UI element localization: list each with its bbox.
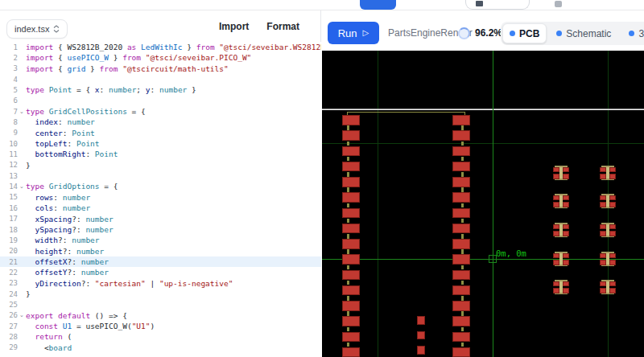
code-text: offsetX?: number	[26, 256, 109, 267]
code-line[interactable]: 20 height?: number	[0, 246, 321, 256]
line-number: 7	[0, 108, 18, 116]
code-line[interactable]: 6	[0, 96, 321, 106]
editor-header: index.tsx Import Format	[0, 10, 320, 42]
led-pad	[600, 195, 606, 201]
code-line[interactable]: 28 return (	[0, 331, 321, 342]
pcb-canvas[interactable]: 0m, 0m	[322, 51, 644, 357]
code-line[interactable]: 26⌄export default () => {	[0, 310, 321, 321]
code-text: import { usePICO_W } from "@tsci/seveiba…	[26, 52, 251, 63]
code-line[interactable]: 11 bottomRight: Point	[0, 149, 321, 159]
pico-pad	[342, 332, 360, 343]
viewer-header: Run ▷ PartsEngineRender 96.2% PCB Schema…	[322, 10, 644, 51]
code-line[interactable]: 12}	[0, 160, 321, 170]
top-toolbar-cutoff	[0, 0, 644, 10]
led-pad	[563, 231, 569, 236]
tab-schematic[interactable]: Schematic	[548, 23, 619, 43]
pico-pin-stub	[347, 187, 349, 192]
toolbar-button-icon	[476, 1, 483, 6]
tscircuit-app: index.tsx Import Format 1import { WS2812…	[0, 0, 644, 357]
code-line[interactable]: 23 yDirection?: "cartesian" | "up-is-neg…	[0, 278, 321, 289]
code-text: height?: number	[26, 246, 104, 256]
code-line[interactable]: 2import { usePICO_W } from "@tsci/seveib…	[0, 52, 321, 63]
import-button[interactable]: Import	[219, 21, 249, 32]
line-number: 3	[0, 64, 18, 72]
code-line[interactable]: 10 topLeft: Point	[0, 138, 321, 149]
file-tab-index-tsx[interactable]: index.tsx	[6, 19, 68, 39]
line-number: 27	[0, 322, 18, 330]
code-line[interactable]: 25	[0, 299, 321, 310]
line-number: 24	[0, 290, 18, 298]
code-line[interactable]: 9 center: Point	[0, 128, 321, 138]
tab-3d-label: 3D	[638, 28, 644, 39]
code-line[interactable]: 8 index: number	[0, 117, 321, 127]
code-line[interactable]: 5type Point = { x: number; y: number }	[0, 84, 321, 95]
code-line[interactable]: 15 rows: number	[0, 192, 321, 203]
line-number: 10	[0, 140, 18, 148]
code-line[interactable]: 16 cols: number	[0, 203, 321, 213]
code-text: const U1 = usePICO_W("U1")	[26, 321, 155, 331]
run-button-label: Run	[338, 27, 357, 39]
code-line[interactable]: 13	[0, 170, 321, 181]
pico-pad	[452, 130, 470, 141]
board-outline-edge	[322, 109, 644, 110]
led-pad	[553, 288, 559, 293]
fold-chevron-icon[interactable]: ⌄	[18, 108, 26, 116]
code-line[interactable]: 18 ySpacing?: number	[0, 224, 321, 235]
code-text: }	[26, 160, 31, 170]
line-number: 18	[0, 226, 18, 234]
line-number: 20	[0, 247, 18, 255]
code-text: offsetY?: number	[26, 267, 109, 277]
line-number: 2	[0, 54, 18, 62]
pico-pin-stub	[461, 249, 464, 254]
led-pad	[553, 195, 559, 201]
tab-pcb-label: PCB	[519, 28, 539, 39]
fold-chevron-icon[interactable]: ⌄	[18, 311, 26, 319]
line-number: 22	[0, 269, 18, 277]
toolbar-blue-button-fragment[interactable]	[360, 0, 396, 10]
code-line[interactable]: 14⌄type GridOptions = {	[0, 181, 321, 191]
debug-pad	[417, 316, 425, 325]
led-pad	[609, 231, 616, 236]
code-text: type GridOptions = {	[26, 181, 118, 191]
toolbar-gray-icon-fragment[interactable]	[555, 1, 562, 7]
line-number: 28	[0, 333, 18, 341]
pico-pad	[342, 162, 360, 172]
pico-pin-stub	[461, 157, 464, 162]
code-line[interactable]: 22 offsetY?: number	[0, 267, 321, 277]
led-pad	[553, 174, 559, 179]
pico-pad	[342, 177, 360, 187]
code-line[interactable]: 24}	[0, 289, 321, 299]
line-number: 21	[0, 258, 18, 266]
code-line[interactable]: 3import { grid } from "@tscircuit/math-u…	[0, 64, 321, 74]
code-line[interactable]: 17 xSpacing?: number	[0, 214, 321, 224]
pico-pad	[452, 115, 470, 125]
pico-pin-stub	[347, 142, 349, 146]
toolbar-white-button-fragment[interactable]	[465, 0, 530, 10]
code-line[interactable]: 21 offsetX?: number	[0, 256, 321, 267]
led-pad	[600, 174, 606, 179]
code-area[interactable]: 1import { WS2812B_2020 as LedWithIc } fr…	[0, 42, 321, 357]
pico-pin-stub	[461, 172, 464, 177]
code-line[interactable]: 1import { WS2812B_2020 as LedWithIc } fr…	[0, 42, 321, 52]
run-button[interactable]: Run ▷	[328, 22, 379, 44]
code-line[interactable]: 27 const U1 = usePICO_W("U1")	[0, 321, 321, 331]
view-mode-tabs: PCB Schematic 3D	[501, 22, 644, 45]
origin-coordinates-label: 0m, 0m	[496, 248, 526, 258]
debug-pad	[417, 331, 425, 340]
code-line[interactable]: 29 <board	[0, 343, 321, 353]
code-text: bottomRight: Point	[26, 149, 118, 159]
format-button[interactable]: Format	[266, 21, 299, 32]
pico-pad	[342, 347, 360, 357]
code-line[interactable]: 19 width?: number	[0, 235, 321, 245]
pico-pin-stub	[347, 281, 349, 285]
tab-pcb[interactable]: PCB	[502, 23, 547, 43]
pico-pad	[452, 192, 470, 203]
code-text: import { grid } from "@tscircuit/math-ut…	[26, 64, 229, 74]
fold-chevron-icon[interactable]: ⌄	[18, 183, 26, 191]
code-line[interactable]: 4	[0, 74, 321, 84]
chevron-updown-icon	[53, 25, 60, 33]
led-pad	[553, 202, 559, 207]
tab-3d[interactable]: 3D	[621, 23, 644, 43]
code-line[interactable]: 7⌄type GridCellPositions = {	[0, 106, 321, 117]
line-number: 8	[0, 118, 18, 126]
